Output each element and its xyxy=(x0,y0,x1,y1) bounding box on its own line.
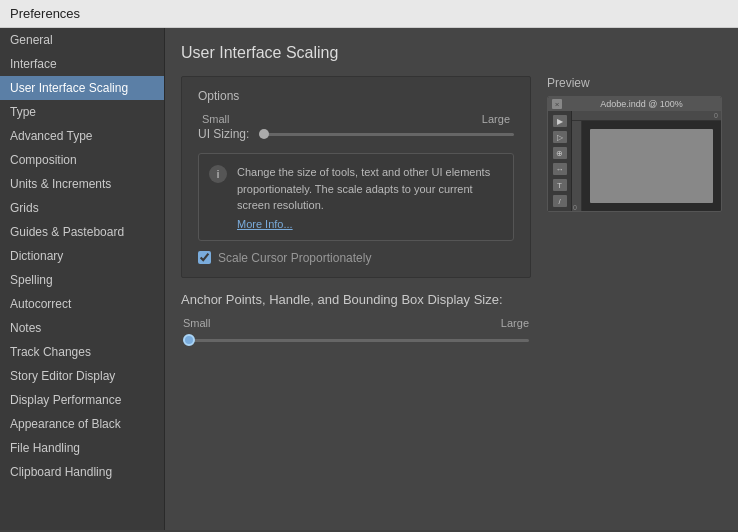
options-label: Options xyxy=(198,89,514,103)
preview-ruler-v: 0 xyxy=(572,121,582,211)
sidebar-item-track-changes[interactable]: Track Changes xyxy=(0,340,164,364)
tool-select-icon: ▶ xyxy=(553,115,567,127)
sidebar-item-spelling[interactable]: Spelling xyxy=(0,268,164,292)
info-icon: i xyxy=(209,165,227,183)
ui-sizing-row: UI Sizing: xyxy=(198,127,514,141)
preview-label: Preview xyxy=(547,76,722,90)
sidebar-item-advanced-type[interactable]: Advanced Type xyxy=(0,124,164,148)
ui-sizing-slider[interactable] xyxy=(259,133,514,136)
anchor-slider-wrap xyxy=(181,331,531,345)
preview-titlebar: × Adobe.indd @ 100% xyxy=(548,97,721,111)
sidebar-item-dictionary[interactable]: Dictionary xyxy=(0,244,164,268)
sidebar-item-type[interactable]: Type xyxy=(0,100,164,124)
tool-pan-icon: ↔ xyxy=(553,163,567,175)
sidebar-item-autocorrect[interactable]: Autocorrect xyxy=(0,292,164,316)
sidebar-item-story-editor-display[interactable]: Story Editor Display xyxy=(0,364,164,388)
ui-sizing-label: UI Sizing: xyxy=(198,127,249,141)
preview-close-btn: × xyxy=(552,99,562,109)
main-layout: GeneralInterfaceUser Interface ScalingTy… xyxy=(0,28,738,530)
anchor-slider-labels: Small Large xyxy=(181,317,531,329)
sidebar-item-units-increments[interactable]: Units & Increments xyxy=(0,172,164,196)
preview-title-text: Adobe.indd @ 100% xyxy=(566,99,717,109)
options-section: Options Small Large UI Sizing: i xyxy=(181,76,531,278)
sidebar-item-file-handling[interactable]: File Handling xyxy=(0,436,164,460)
info-box: i Change the size of tools, text and oth… xyxy=(198,153,514,241)
sidebar-item-notes[interactable]: Notes xyxy=(0,316,164,340)
content-left: Options Small Large UI Sizing: i xyxy=(181,76,531,345)
tool-text-icon: T xyxy=(553,179,567,191)
preview-ruler-h: 0 xyxy=(572,111,721,121)
anchor-section: Anchor Points, Handle, and Bounding Box … xyxy=(181,292,531,345)
more-info-link[interactable]: More Info... xyxy=(237,218,503,230)
content-split: Options Small Large UI Sizing: i xyxy=(181,76,722,345)
checkbox-label: Scale Cursor Proportionately xyxy=(218,251,371,265)
checkbox-row: Scale Cursor Proportionately xyxy=(198,251,514,265)
sidebar-item-interface[interactable]: Interface xyxy=(0,52,164,76)
sidebar-item-general[interactable]: General xyxy=(0,28,164,52)
slider-small-label: Small xyxy=(202,113,230,125)
anchor-title: Anchor Points, Handle, and Bounding Box … xyxy=(181,292,531,307)
title-bar: Preferences xyxy=(0,0,738,28)
sidebar-item-guides-pasteboard[interactable]: Guides & Pasteboard xyxy=(0,220,164,244)
sidebar-item-clipboard-handling[interactable]: Clipboard Handling xyxy=(0,460,164,484)
content-title: User Interface Scaling xyxy=(181,44,722,62)
anchor-slider[interactable] xyxy=(183,339,529,342)
sidebar-item-composition[interactable]: Composition xyxy=(0,148,164,172)
tool-place-icon: ⊕ xyxy=(553,147,567,159)
preview-ruler-v-canvas: 0 xyxy=(572,121,721,211)
sidebar-item-grids[interactable]: Grids xyxy=(0,196,164,220)
slider-large-label: Large xyxy=(482,113,510,125)
preview-body: ▶ ▷ ⊕ ↔ T / 0 xyxy=(548,111,721,211)
preview-toolbar: ▶ ▷ ⊕ ↔ T / xyxy=(548,111,572,211)
anchor-small-label: Small xyxy=(183,317,211,329)
preview-canvas xyxy=(590,129,713,203)
tool-pen-icon: / xyxy=(553,195,567,207)
content-area: User Interface Scaling Options Small Lar… xyxy=(165,28,738,530)
preview-window: × Adobe.indd @ 100% ▶ ▷ ⊕ ↔ T / xyxy=(547,96,722,212)
preview-ruler-v-value: 0 xyxy=(573,204,577,211)
app-title: Preferences xyxy=(10,6,80,21)
ui-sizing-slider-labels: Small Large xyxy=(198,113,514,125)
tool-direct-icon: ▷ xyxy=(553,131,567,143)
preview-ruler-h-value: 0 xyxy=(714,112,721,119)
info-content: Change the size of tools, text and other… xyxy=(237,164,503,230)
sidebar: GeneralInterfaceUser Interface ScalingTy… xyxy=(0,28,165,530)
preview-container: Preview × Adobe.indd @ 100% ▶ xyxy=(547,76,722,212)
info-text: Change the size of tools, text and other… xyxy=(237,166,490,211)
preview-canvas-area: 0 0 xyxy=(572,111,721,211)
sidebar-item-appearance-of-black[interactable]: Appearance of Black xyxy=(0,412,164,436)
anchor-large-label: Large xyxy=(501,317,529,329)
scale-cursor-checkbox[interactable] xyxy=(198,251,211,264)
sidebar-item-user-interface-scaling[interactable]: User Interface Scaling xyxy=(0,76,164,100)
sidebar-item-display-performance[interactable]: Display Performance xyxy=(0,388,164,412)
